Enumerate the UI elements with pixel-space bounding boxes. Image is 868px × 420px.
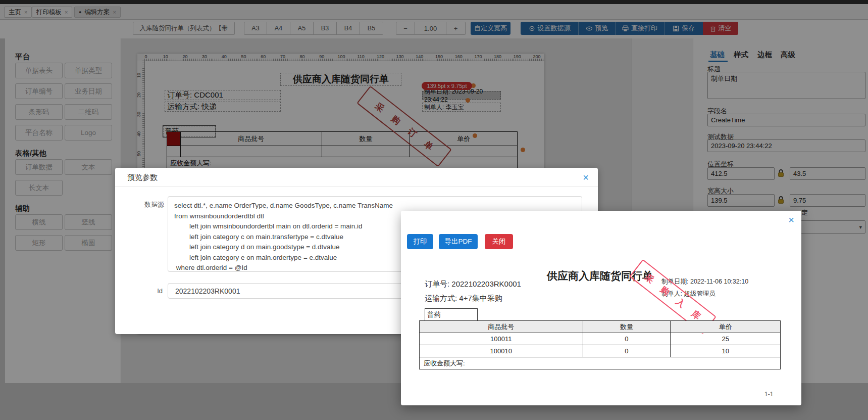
close-icon[interactable]: ×	[788, 215, 794, 225]
preview-table-header-cell: 商品批号	[420, 321, 583, 333]
preview-table-cell: 25	[671, 333, 781, 345]
datasource-label: 数据源	[144, 200, 164, 209]
preview-order-no: 订单号: 2022102203RK0001	[425, 279, 521, 289]
page-indicator: 1-1	[764, 391, 773, 398]
preview-table: 商品批号数量单价100011025100010010应收金额大写:	[419, 320, 781, 369]
close-icon[interactable]: ×	[583, 172, 589, 182]
preview-transport: 运输方式: 4+7集中采购	[425, 294, 502, 303]
close-button[interactable]: 关闭	[485, 234, 513, 249]
preview-table-cell: 100010	[420, 345, 583, 357]
preview-amount-words-cell: 应收金额大写:	[420, 357, 781, 369]
preview-table-cell: 0	[583, 333, 671, 345]
preview-table-footer-row: 应收金额大写:	[420, 357, 781, 369]
preview-table-row: 100011025	[420, 333, 781, 345]
id-label: Id	[150, 287, 163, 295]
preview-table-row: 100010010	[420, 345, 781, 357]
preview-table-header-row: 商品批号数量单价	[420, 321, 781, 333]
preview-table-cell: 0	[583, 345, 671, 357]
print-button[interactable]: 打印	[407, 234, 433, 249]
preview-drug-type: 普药	[425, 308, 478, 321]
preview-table-cell: 10	[671, 345, 781, 357]
preview-table-header-cell: 单价	[671, 321, 781, 333]
dialog-header: 预览参数 ×	[115, 168, 598, 187]
export-pdf-button[interactable]: 导出PDF	[439, 234, 478, 249]
dialog-title: 预览参数	[127, 173, 158, 182]
preview-table-header-cell: 数量	[583, 321, 671, 333]
preview-table-cell: 100011	[420, 333, 583, 345]
print-preview-dialog: × 打印 导出PDF 关闭 供应商入库随货同行单 订单号: 2022102203…	[401, 211, 801, 405]
